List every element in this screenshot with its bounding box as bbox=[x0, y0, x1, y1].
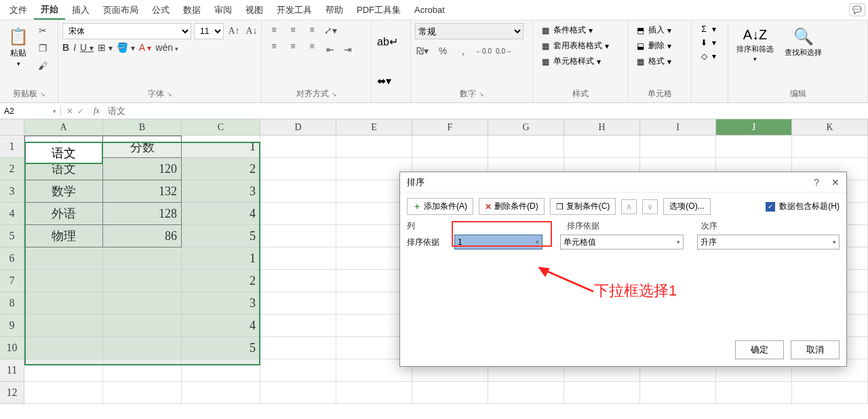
cell-H1[interactable] bbox=[564, 136, 640, 158]
cell-C3[interactable]: 3 bbox=[182, 180, 260, 203]
cell-A11[interactable] bbox=[24, 359, 103, 382]
cell-D5[interactable] bbox=[260, 225, 336, 247]
accept-formula-button[interactable]: ✓ bbox=[77, 106, 84, 116]
cell-D10[interactable] bbox=[260, 337, 336, 359]
cell-F1[interactable] bbox=[412, 136, 488, 158]
cell-B7[interactable] bbox=[103, 270, 182, 292]
cell-K12[interactable] bbox=[792, 382, 868, 404]
launcher-icon[interactable]: ↘ bbox=[332, 91, 337, 98]
cell-C9[interactable]: 4 bbox=[182, 315, 260, 337]
launcher-icon[interactable]: ↘ bbox=[167, 91, 172, 98]
headers-checkbox[interactable]: ✓ bbox=[766, 202, 775, 212]
row-header-6[interactable]: 6 bbox=[0, 247, 24, 270]
col-header-A[interactable]: A bbox=[24, 119, 103, 136]
cell-C2[interactable]: 2 bbox=[182, 158, 260, 180]
paste-button[interactable]: 📋 粘贴 ▾ bbox=[4, 23, 33, 70]
underline-button[interactable]: U ▾ bbox=[80, 42, 94, 53]
autosum-button[interactable]: Σ▾ bbox=[696, 23, 719, 35]
cell-B12[interactable] bbox=[103, 382, 182, 404]
cell-C7[interactable]: 2 bbox=[182, 270, 260, 292]
sort-order-combo[interactable]: 升序 ▾ bbox=[697, 235, 840, 250]
sort-filter-button[interactable]: A↓Z 排序和筛选 ▾ bbox=[732, 23, 778, 65]
cell-A6[interactable] bbox=[24, 247, 103, 270]
align-center-button[interactable]: ≡ bbox=[285, 39, 301, 53]
cell-K1[interactable] bbox=[792, 136, 868, 158]
cancel-button[interactable]: 取消 bbox=[791, 340, 840, 359]
cell-B5[interactable]: 86 bbox=[103, 225, 182, 247]
col-header-H[interactable]: H bbox=[564, 119, 640, 136]
select-all-corner[interactable] bbox=[0, 119, 24, 136]
row-header-5[interactable]: 5 bbox=[0, 225, 24, 247]
align-bottom-button[interactable]: ≡ bbox=[304, 23, 320, 37]
comma-button[interactable]: , bbox=[456, 43, 471, 58]
cell-E12[interactable] bbox=[336, 382, 412, 404]
cell-B6[interactable] bbox=[103, 247, 182, 270]
cell-A3[interactable]: 数学 bbox=[24, 180, 103, 203]
menu-data[interactable]: 数据 bbox=[176, 1, 208, 19]
align-left-button[interactable]: ≡ bbox=[266, 39, 282, 53]
cell-I12[interactable] bbox=[640, 382, 716, 404]
cell-J12[interactable] bbox=[716, 382, 792, 404]
cell-A2[interactable]: 语文 bbox=[24, 158, 103, 180]
merge-center-button[interactable]: ⬌▾ bbox=[376, 72, 393, 89]
row-header-10[interactable]: 10 bbox=[0, 337, 24, 359]
cell-A9[interactable] bbox=[24, 315, 103, 337]
decrease-font-button[interactable]: A↓ bbox=[244, 24, 259, 39]
bold-button[interactable]: B bbox=[62, 42, 69, 53]
insert-cells-button[interactable]: ⬒插入 ▾ bbox=[632, 23, 674, 37]
row-header-8[interactable]: 8 bbox=[0, 292, 24, 315]
align-top-button[interactable]: ≡ bbox=[266, 23, 282, 37]
cell-A4[interactable]: 外语 bbox=[24, 203, 103, 225]
menu-view[interactable]: 视图 bbox=[239, 1, 270, 19]
move-up-button[interactable]: ∧ bbox=[621, 199, 637, 214]
wrap-text-button[interactable]: ab↵ bbox=[376, 33, 399, 49]
cell-A7[interactable] bbox=[24, 270, 103, 292]
cell-D3[interactable] bbox=[260, 180, 336, 203]
col-header-C[interactable]: C bbox=[182, 119, 260, 136]
row-header-9[interactable]: 9 bbox=[0, 315, 24, 337]
launcher-icon[interactable]: ↘ bbox=[479, 91, 484, 98]
cell-B4[interactable]: 128 bbox=[103, 203, 182, 225]
col-header-E[interactable]: E bbox=[336, 119, 412, 136]
row-header-4[interactable]: 4 bbox=[0, 203, 24, 225]
row-header-12[interactable]: 12 bbox=[0, 382, 24, 404]
cell-D4[interactable] bbox=[260, 203, 336, 225]
align-right-button[interactable]: ≡ bbox=[304, 39, 320, 53]
cell-C8[interactable]: 3 bbox=[182, 292, 260, 315]
cell-A10[interactable] bbox=[24, 337, 103, 359]
sort-column-combo[interactable]: 1 ▾ bbox=[454, 235, 542, 250]
cancel-formula-button[interactable]: ✕ bbox=[66, 106, 73, 116]
sort-on-combo[interactable]: 单元格值 ▾ bbox=[560, 235, 684, 250]
cell-D6[interactable] bbox=[260, 247, 336, 270]
row-header-1[interactable]: 1 bbox=[0, 136, 24, 158]
row-header-7[interactable]: 7 bbox=[0, 270, 24, 292]
col-header-J[interactable]: J bbox=[716, 119, 792, 136]
increase-font-button[interactable]: A↑ bbox=[226, 24, 241, 39]
menu-help[interactable]: 帮助 bbox=[319, 1, 350, 19]
format-cells-button[interactable]: ▦格式 ▾ bbox=[632, 54, 674, 68]
cell-C5[interactable]: 5 bbox=[182, 225, 260, 247]
menu-acrobat[interactable]: Acrobat bbox=[408, 2, 452, 18]
cell-G1[interactable] bbox=[488, 136, 564, 158]
cell-J1[interactable] bbox=[716, 136, 792, 158]
font-name-select[interactable]: 宋体 bbox=[62, 23, 191, 39]
menu-formula[interactable]: 公式 bbox=[145, 1, 176, 19]
format-painter-button[interactable]: 🖌 bbox=[35, 58, 50, 73]
row-header-2[interactable]: 2 bbox=[0, 158, 24, 180]
formula-input[interactable]: 语文 bbox=[104, 105, 868, 117]
indent-increase-button[interactable]: ⇥ bbox=[340, 42, 355, 57]
indent-decrease-button[interactable]: ⇤ bbox=[323, 42, 338, 57]
number-format-select[interactable]: 常规 bbox=[415, 23, 524, 39]
cell-C11[interactable] bbox=[182, 359, 260, 382]
cell-D1[interactable] bbox=[260, 136, 336, 158]
table-format-button[interactable]: ▦套用表格格式 ▾ bbox=[537, 39, 612, 53]
cell-F12[interactable] bbox=[412, 382, 488, 404]
menu-file[interactable]: 文件 bbox=[3, 1, 34, 19]
col-header-K[interactable]: K bbox=[792, 119, 868, 136]
cell-B1[interactable]: 分数 bbox=[103, 136, 182, 158]
comments-icon[interactable]: 💬 bbox=[849, 3, 865, 16]
cell-A5[interactable]: 物理 bbox=[24, 225, 103, 247]
delete-cells-button[interactable]: ⬓删除 ▾ bbox=[632, 39, 674, 53]
delete-condition-button[interactable]: ✕删除条件(D) bbox=[479, 198, 545, 215]
cell-B8[interactable] bbox=[103, 292, 182, 315]
